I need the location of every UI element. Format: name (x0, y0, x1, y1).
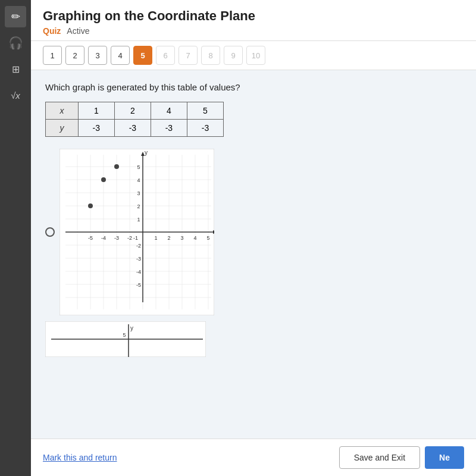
svg-point-48 (114, 164, 119, 169)
coord-graph-2-preview: y 5 (45, 321, 206, 357)
svg-text:-2: -2 (127, 235, 132, 241)
svg-text:-3: -3 (136, 256, 141, 262)
save-exit-button[interactable]: Save and Exit (339, 446, 420, 469)
question-text: Which graph is generated by this table o… (45, 82, 462, 92)
q-btn-5[interactable]: 5 (133, 46, 152, 65)
svg-text:-4: -4 (136, 269, 141, 275)
q-btn-2[interactable]: 2 (65, 46, 84, 65)
svg-text:4: 4 (193, 235, 196, 241)
svg-text:y: y (145, 149, 148, 156)
svg-text:1: 1 (154, 235, 157, 241)
radio-option-1[interactable] (45, 227, 55, 237)
headphones-icon[interactable]: 🎧 (5, 32, 26, 54)
q-btn-4[interactable]: 4 (111, 46, 130, 65)
bottom-bar: Mark this and return Save and Exit Ne (31, 439, 476, 476)
page-wrapper: ✏ 🎧 ⊞ √x Graphing on the Coordinate Plan… (0, 0, 476, 476)
second-graph-preview: y 5 (45, 321, 462, 359)
quiz-status-row: Quiz Active (43, 26, 464, 40)
table-cell-x4: 4 (151, 102, 187, 120)
svg-text:1: 1 (137, 217, 140, 223)
q-btn-10[interactable]: 10 (246, 46, 265, 65)
svg-point-49 (101, 177, 106, 182)
main-area: Graphing on the Coordinate Plane Quiz Ac… (31, 0, 476, 476)
svg-text:-5: -5 (136, 282, 141, 288)
sqrt-icon[interactable]: √x (5, 84, 26, 106)
q-btn-8[interactable]: 8 (201, 46, 220, 65)
svg-text:-5: -5 (88, 235, 93, 241)
table-cell-y3: -3 (151, 120, 187, 137)
pencil-icon[interactable]: ✏ (5, 6, 26, 27)
table-cell-x5: 5 (187, 102, 223, 120)
table-header-y: y (46, 120, 79, 137)
graph-section: -1 -2 -3 -4 -5 1 2 3 4 5 x (45, 149, 462, 315)
active-label: Active (67, 26, 89, 36)
mark-return-link[interactable]: Mark this and return (43, 453, 117, 462)
q-btn-9[interactable]: 9 (224, 46, 243, 65)
table-cell-y1: -3 (78, 120, 114, 137)
coord-graph-1: -1 -2 -3 -4 -5 1 2 3 4 5 x (60, 149, 214, 315)
svg-text:5: 5 (206, 235, 209, 241)
content-area: Which graph is generated by this table o… (31, 70, 476, 439)
svg-text:5: 5 (123, 332, 126, 338)
graph-container-1: -1 -2 -3 -4 -5 1 2 3 4 5 x (60, 149, 214, 315)
values-table: x 1 2 4 5 y -3 -3 -3 -3 (45, 102, 224, 137)
q-btn-6[interactable]: 6 (156, 46, 175, 65)
svg-marker-24 (213, 230, 214, 234)
svg-text:-1: -1 (133, 235, 138, 241)
svg-text:2: 2 (137, 203, 140, 209)
calculator-icon[interactable]: ⊞ (5, 58, 26, 80)
svg-text:-3: -3 (114, 235, 119, 241)
table-cell-x2: 2 (114, 102, 151, 120)
sidebar: ✏ 🎧 ⊞ √x (0, 0, 31, 476)
quiz-label: Quiz (43, 26, 61, 36)
table-cell-y2: -3 (114, 120, 151, 137)
svg-point-50 (88, 203, 93, 208)
page-title: Graphing on the Coordinate Plane (43, 8, 464, 24)
q-btn-3[interactable]: 3 (88, 46, 107, 65)
svg-text:3: 3 (180, 235, 183, 241)
q-btn-1[interactable]: 1 (43, 46, 62, 65)
svg-text:y: y (130, 325, 133, 331)
next-button[interactable]: Ne (425, 446, 464, 469)
svg-text:4: 4 (137, 177, 140, 183)
svg-text:2: 2 (167, 235, 170, 241)
header: Graphing on the Coordinate Plane Quiz Ac… (31, 0, 476, 41)
svg-text:-4: -4 (101, 235, 106, 241)
graph-option-1: -1 -2 -3 -4 -5 1 2 3 4 5 x (45, 149, 214, 315)
bottom-buttons: Save and Exit Ne (339, 446, 464, 469)
question-nav: 1 2 3 4 5 6 7 8 9 10 (31, 41, 476, 70)
table-header-x: x (46, 102, 79, 120)
table-cell-y4: -3 (187, 120, 223, 137)
q-btn-7[interactable]: 7 (178, 46, 198, 65)
table-cell-x1: 1 (78, 102, 114, 120)
svg-text:-2: -2 (136, 243, 141, 249)
svg-text:3: 3 (137, 190, 140, 196)
svg-text:5: 5 (137, 164, 140, 170)
